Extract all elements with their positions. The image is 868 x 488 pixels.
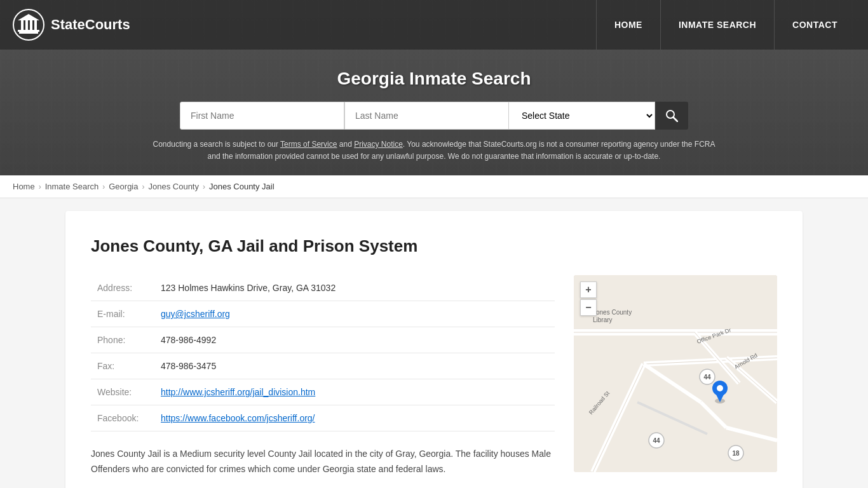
- map-area[interactable]: 44 44 18 Jones County Library Office Par…: [574, 275, 777, 472]
- info-table: Address: 123 Holmes Hawkins Drive, Gray,…: [91, 275, 555, 431]
- svg-rect-2: [18, 30, 39, 32]
- state-select[interactable]: Select State Georgia Alabama Florida: [509, 102, 655, 130]
- breadcrumb-home[interactable]: Home: [13, 182, 35, 191]
- svg-text:18: 18: [732, 450, 740, 457]
- breadcrumb-sep-4: ›: [203, 182, 205, 191]
- address-value: 123 Holmes Hawkins Drive, Gray, GA 31032: [154, 275, 555, 301]
- info-layout: Address: 123 Holmes Hawkins Drive, Gray,…: [91, 275, 777, 477]
- phone-value: 478-986-4992: [154, 327, 555, 353]
- map-controls: + −: [580, 281, 597, 316]
- nav-inmate-search[interactable]: INMATE SEARCH: [660, 0, 774, 50]
- facebook-link[interactable]: https://www.facebook.com/jcsheriff.org/: [161, 413, 315, 423]
- svg-text:44: 44: [703, 374, 711, 381]
- nav-links: HOME INMATE SEARCH CONTACT: [596, 0, 855, 50]
- table-row-address: Address: 123 Holmes Hawkins Drive, Gray,…: [91, 275, 555, 301]
- address-label: Address:: [91, 275, 154, 301]
- facility-heading: Jones County, GA Jail and Prison System: [91, 236, 777, 256]
- logo-text: StateCourts: [51, 17, 130, 33]
- svg-rect-6: [34, 20, 37, 30]
- table-row-email: E-mail: guy@jcsheriff.org: [91, 301, 555, 327]
- map-zoom-out[interactable]: −: [580, 299, 597, 316]
- search-section: Georgia Inmate Search Select State Georg…: [0, 50, 868, 175]
- logo-icon: [13, 9, 44, 41]
- breadcrumb-sep-2: ›: [102, 182, 105, 191]
- header: StateCourts HOME INMATE SEARCH CONTACT G…: [0, 0, 868, 175]
- breadcrumb-sep-1: ›: [39, 182, 41, 191]
- content-card: Jones County, GA Jail and Prison System …: [65, 211, 803, 488]
- website-label: Website:: [91, 379, 154, 405]
- breadcrumb-inmate-search[interactable]: Inmate Search: [45, 182, 99, 191]
- table-row-phone: Phone: 478-986-4992: [91, 327, 555, 353]
- search-bar: Select State Georgia Alabama Florida: [180, 102, 688, 130]
- website-value: http://www.jcsheriff.org/jail_division.h…: [154, 379, 555, 405]
- svg-rect-3: [21, 20, 24, 30]
- map-svg: 44 44 18 Jones County Library Office Par…: [574, 275, 777, 472]
- svg-text:44: 44: [653, 437, 660, 444]
- svg-text:Jones County: Jones County: [593, 309, 632, 316]
- breadcrumb-current: Jones County Jail: [209, 182, 275, 191]
- breadcrumb-sep-3: ›: [142, 182, 144, 191]
- svg-line-9: [674, 118, 677, 121]
- table-row-fax: Fax: 478-986-3475: [91, 353, 555, 379]
- facebook-value: https://www.facebook.com/jcsheriff.org/: [154, 405, 555, 431]
- svg-rect-4: [25, 20, 28, 30]
- disclaimer-text: Conducting a search is subject to our Te…: [148, 139, 720, 163]
- table-row-website: Website: http://www.jcsheriff.org/jail_d…: [91, 379, 555, 405]
- logo-link[interactable]: StateCourts: [13, 9, 130, 41]
- nav-home[interactable]: HOME: [596, 0, 660, 50]
- svg-text:Library: Library: [593, 316, 613, 323]
- privacy-link[interactable]: Privacy Notice: [354, 140, 403, 149]
- header-content: StateCourts HOME INMATE SEARCH CONTACT G…: [0, 0, 868, 175]
- svg-point-38: [717, 385, 723, 391]
- svg-rect-1: [19, 32, 38, 34]
- search-title: Georgia Inmate Search: [13, 69, 855, 89]
- table-row-facebook: Facebook: https://www.facebook.com/jcshe…: [91, 405, 555, 431]
- search-icon: [665, 109, 678, 122]
- website-link[interactable]: http://www.jcsheriff.org/jail_division.h…: [161, 387, 315, 397]
- terms-link[interactable]: Terms of Service: [280, 140, 337, 149]
- fax-label: Fax:: [91, 353, 154, 379]
- facebook-label: Facebook:: [91, 405, 154, 431]
- email-value: guy@jcsheriff.org: [154, 301, 555, 327]
- breadcrumb-georgia[interactable]: Georgia: [109, 182, 138, 191]
- map-placeholder: 44 44 18 Jones County Library Office Par…: [574, 275, 777, 472]
- email-label: E-mail:: [91, 301, 154, 327]
- main-content: Jones County, GA Jail and Prison System …: [53, 198, 815, 488]
- phone-label: Phone:: [91, 327, 154, 353]
- email-link[interactable]: guy@jcsheriff.org: [161, 309, 230, 319]
- svg-marker-7: [18, 14, 39, 20]
- nav-contact[interactable]: CONTACT: [774, 0, 855, 50]
- info-table-wrap: Address: 123 Holmes Hawkins Drive, Gray,…: [91, 275, 555, 477]
- last-name-input[interactable]: [344, 102, 509, 130]
- fax-value: 478-986-3475: [154, 353, 555, 379]
- svg-rect-5: [30, 20, 32, 30]
- search-button[interactable]: [655, 102, 688, 130]
- map-zoom-in[interactable]: +: [580, 281, 597, 298]
- facility-description: Jones County Jail is a Medium security l…: [91, 447, 555, 477]
- breadcrumb-jones-county[interactable]: Jones County: [148, 182, 199, 191]
- first-name-input[interactable]: [180, 102, 344, 130]
- top-nav: StateCourts HOME INMATE SEARCH CONTACT: [0, 0, 868, 50]
- breadcrumb: Home › Inmate Search › Georgia › Jones C…: [0, 175, 868, 198]
